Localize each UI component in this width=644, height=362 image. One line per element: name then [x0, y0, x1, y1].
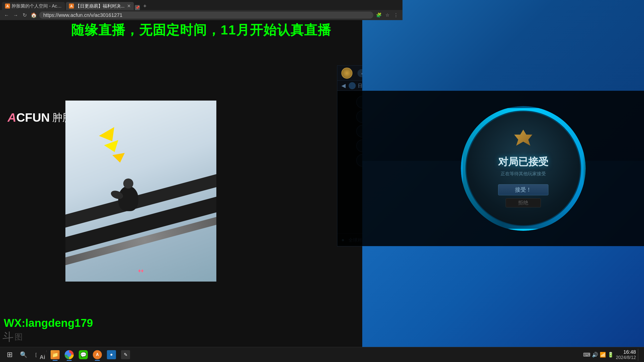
- tab2-close[interactable]: ✕: [127, 3, 131, 9]
- tab2-favicon: A: [69, 4, 74, 9]
- match-found-title: 对局已接受: [498, 155, 548, 169]
- clock-date: 2024/8/12: [616, 355, 636, 360]
- app5-icon: ●: [107, 350, 116, 359]
- start-icon: ⊞: [7, 350, 13, 359]
- bird-head: [123, 178, 133, 189]
- network-icon[interactable]: 📶: [600, 352, 606, 358]
- doutou-icon: 斗: [3, 330, 14, 344]
- ai-label-container[interactable]: Ai: [36, 352, 48, 362]
- search-taskbar-icon: 🔍: [20, 351, 27, 358]
- match-decline-button[interactable]: 拒绝: [506, 198, 541, 207]
- taskbar-app-explorer[interactable]: 📁: [49, 348, 62, 361]
- match-accept-label: 接受！: [515, 186, 532, 194]
- taskbar-app-chrome[interactable]: [63, 348, 76, 361]
- tab-pin[interactable]: 📌: [135, 5, 140, 10]
- taskbar-clock[interactable]: 16:48 2024/8/12: [616, 349, 636, 360]
- taskbar: ⊞ 🔍 ▣ 📁 💬 A ● ✎: [0, 347, 644, 362]
- toolbar-icons: 🧩 ☆ ⋮: [375, 12, 399, 19]
- wx-contact: WX:langdeng179: [4, 317, 93, 329]
- yellow-arrows: [101, 131, 118, 165]
- taskbar-left: ⊞ 🔍 ▣ 📁 💬 A ● ✎: [0, 348, 135, 361]
- taskbar-app-6[interactable]: ✎: [119, 348, 132, 361]
- match-accept-button[interactable]: 接受！: [498, 184, 548, 195]
- explorer-icon: 📁: [51, 350, 60, 359]
- acfun-logo-text: A: [8, 111, 16, 124]
- app6-icon: ✎: [121, 350, 130, 359]
- ai-label: Ai: [40, 354, 45, 360]
- tab1-label: 肿胀菌的个人空间 - AcFun弹幕视...: [12, 3, 62, 9]
- acfun-logo-text2: CFUN: [16, 111, 50, 124]
- taskbar-app-browser2[interactable]: A: [91, 348, 104, 361]
- system-tray-icons: ⌨ 🔊 📶 🔋: [583, 352, 614, 358]
- video-bottom-text: ♦♦: [138, 267, 144, 274]
- bird-silhouette: [118, 186, 148, 226]
- start-button[interactable]: ⊞: [3, 348, 16, 361]
- doutou-text: 图: [15, 332, 23, 343]
- taskbar-right: ⌨ 🔊 📶 🔋 16:48 2024/8/12: [579, 349, 644, 361]
- browser-tab-2[interactable]: A 【日更崩易】福利对决... ✕: [66, 2, 134, 10]
- acfun-logo: ACFUN: [8, 111, 50, 124]
- show-desktop-button[interactable]: [638, 349, 640, 361]
- chrome-icon: [65, 350, 74, 359]
- battery-icon[interactable]: 🔋: [608, 352, 614, 358]
- tab-bar: A 肿胀菌的个人空间 - AcFun弹幕视... A 【日更崩易】福利对决...…: [0, 0, 403, 10]
- lol-logo: [341, 68, 352, 79]
- browser-chrome: A 肿胀菌的个人空间 - AcFun弹幕视... A 【日更崩易】福利对决...…: [0, 0, 403, 20]
- match-icon-shape: [513, 130, 533, 150]
- match-circle: 对局已接受 正在等待其他玩家接受 接受！ 拒绝: [463, 108, 584, 229]
- nav-refresh-button[interactable]: ↻: [21, 12, 28, 18]
- url-text: https://www.acfun.cn/v/ac30161271: [43, 12, 123, 18]
- match-found-icon: [513, 130, 533, 150]
- extensions-icon[interactable]: 🧩: [375, 12, 382, 19]
- bookmark-icon[interactable]: ☆: [384, 12, 391, 19]
- chrome-inner: [67, 353, 71, 357]
- taskbar-app-5[interactable]: ●: [105, 348, 118, 361]
- volume-icon[interactable]: 🔊: [592, 352, 598, 358]
- stream-banner: 随缘直播，无固定时间，11月开始认真直播: [0, 21, 403, 39]
- url-bar[interactable]: https://www.acfun.cn/v/ac30161271: [39, 12, 373, 19]
- lol-client: ▬▬▬▬▬ 主页 云顶之弈 ⚔ 🛒 👤 ☰ 💎 150 + ◈ 463 头: [337, 65, 644, 246]
- wechat-icon: 💬: [79, 350, 88, 359]
- taskbar-app-wechat[interactable]: 💬: [77, 348, 90, 361]
- address-bar: ← → ↻ 🏠 https://www.acfun.cn/v/ac3016127…: [0, 10, 403, 20]
- nav-forward-button[interactable]: →: [12, 12, 19, 18]
- video-inner: ♦♦: [65, 101, 216, 282]
- tab1-favicon: A: [5, 4, 10, 9]
- browser2-icon: A: [93, 350, 102, 359]
- video-thumbnail[interactable]: ♦♦: [65, 101, 216, 282]
- match-found-subtitle: 正在等待其他玩家接受: [501, 171, 546, 177]
- search-button[interactable]: 🔍: [17, 348, 30, 361]
- menu-icon[interactable]: ⋮: [392, 12, 399, 19]
- tab2-label: 【日更崩易】福利对决...: [75, 3, 125, 9]
- nav-back-button[interactable]: ←: [3, 12, 10, 18]
- keyboard-icon[interactable]: ⌨: [583, 352, 590, 358]
- doutou-watermark: 斗 图: [3, 330, 23, 344]
- browser-tab-1[interactable]: A 肿胀菌的个人空间 - AcFun弹幕视...: [2, 2, 65, 10]
- clock-time: 16:48: [616, 349, 636, 355]
- lol-back-button[interactable]: ◀: [341, 82, 346, 89]
- mode-icon-small: [349, 82, 356, 89]
- nav-home-button[interactable]: 🏠: [30, 12, 37, 18]
- bird-body: [118, 186, 138, 211]
- match-decline-label: 拒绝: [518, 199, 528, 206]
- match-found-overlay: 对局已接受 正在等待其他玩家接受 接受！ 拒绝: [337, 91, 644, 246]
- add-tab-button[interactable]: +: [141, 2, 149, 10]
